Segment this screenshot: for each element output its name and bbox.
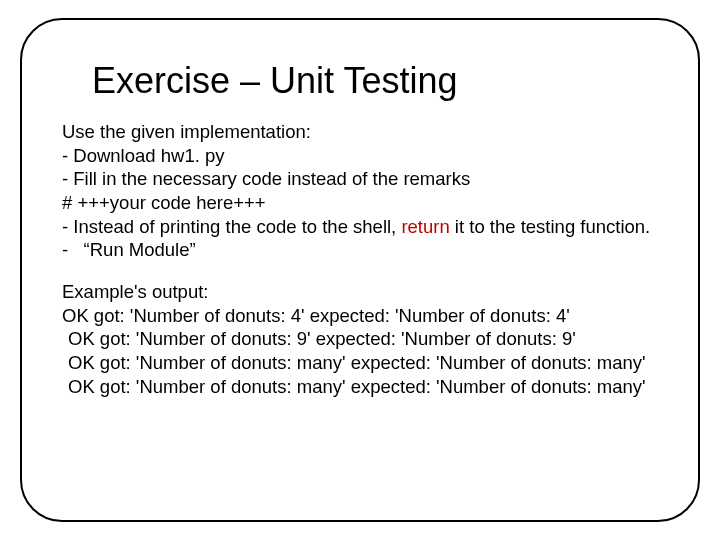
slide-body: Use the given implementation: Download h…	[62, 120, 670, 398]
spacer	[62, 262, 670, 280]
code-marker: # +++your code here+++	[62, 191, 670, 215]
step-download: Download hw1. py	[62, 144, 670, 168]
step-instead-post: it to the testing function.	[450, 216, 651, 237]
example-label: Example's output:	[62, 280, 670, 304]
output-line-1: OK got: 'Number of donuts: 4' expected: …	[62, 304, 670, 328]
return-keyword: return	[401, 216, 449, 237]
slide: Exercise – Unit Testing Use the given im…	[0, 0, 720, 540]
output-line-3: OK got: 'Number of donuts: many' expecte…	[62, 351, 670, 375]
step-instead-pre: Instead of printing the code to the shel…	[73, 216, 401, 237]
output-line-4: OK got: 'Number of donuts: many' expecte…	[62, 375, 670, 399]
step-run: “Run Module”	[62, 238, 670, 262]
step-fill: Fill in the necessary code instead of th…	[62, 167, 670, 191]
output-line-2: OK got: 'Number of donuts: 9' expected: …	[62, 327, 670, 351]
intro-line: Use the given implementation:	[62, 120, 670, 144]
slide-frame: Exercise – Unit Testing Use the given im…	[20, 18, 700, 522]
step-instead: Instead of printing the code to the shel…	[62, 215, 670, 239]
slide-title: Exercise – Unit Testing	[92, 60, 670, 102]
